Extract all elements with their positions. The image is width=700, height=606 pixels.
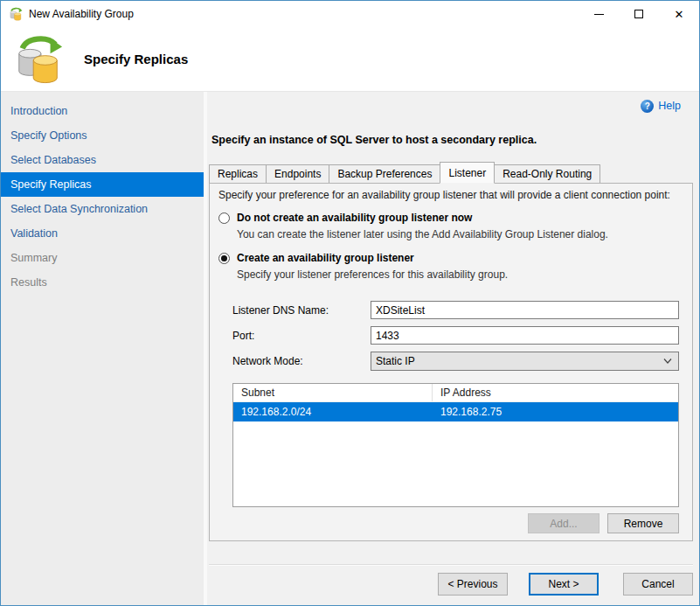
- window-title: New Availability Group: [29, 8, 579, 20]
- new-availability-group-dialog: New Availability Group ✕ Specify Replica…: [0, 0, 700, 606]
- network-mode-select[interactable]: Static IP: [371, 352, 679, 371]
- radio-checked-icon[interactable]: [218, 253, 230, 264]
- radio-unchecked-icon[interactable]: [218, 212, 230, 224]
- table-row[interactable]: 192.168.2.0/24 192.168.2.75: [233, 402, 678, 421]
- subnet-ip-table: Subnet IP Address 192.168.2.0/24 192.168…: [232, 383, 679, 507]
- cell-ip-address: 192.168.2.75: [433, 402, 678, 421]
- add-button: Add...: [528, 513, 600, 533]
- close-icon: ✕: [675, 9, 684, 20]
- listener-tab-panel: Specify your preference for an availabil…: [209, 183, 693, 541]
- listener-form: Listener DNS Name: Port: Network Mode: S…: [232, 301, 679, 378]
- sidebar-item-summary: Summary: [1, 246, 204, 270]
- sidebar-item-results: Results: [1, 270, 204, 295]
- network-mode-label: Network Mode:: [232, 355, 371, 367]
- minimize-button[interactable]: [579, 1, 619, 27]
- option-no-listener: Do not create an availability group list…: [218, 212, 679, 240]
- cell-subnet: 192.168.2.0/24: [233, 402, 433, 421]
- page-title: Specify Replicas: [84, 52, 188, 66]
- dns-name-label: Listener DNS Name:: [232, 304, 371, 317]
- port-input[interactable]: [371, 326, 679, 345]
- wizard-footer: < Previous Next > Cancel: [209, 564, 693, 605]
- option-create-listener-label[interactable]: Create an availability group listener: [237, 252, 414, 264]
- cancel-button[interactable]: Cancel: [623, 573, 693, 596]
- wizard-header: Specify Replicas: [1, 27, 699, 92]
- tab-endpoints[interactable]: Endpoints: [266, 164, 329, 183]
- page-instruction: Specify an instance of SQL Server to hos…: [209, 134, 693, 146]
- listener-options: Do not create an availability group list…: [217, 212, 679, 292]
- minimize-icon: [594, 14, 604, 15]
- maximize-button[interactable]: [619, 1, 659, 27]
- tab-read-only-routing[interactable]: Read-Only Routing: [494, 164, 600, 183]
- column-header-subnet[interactable]: Subnet: [233, 384, 433, 401]
- chevron-down-icon: [663, 359, 672, 364]
- sidebar-item-specify-replicas[interactable]: Specify Replicas: [1, 172, 204, 197]
- listener-intro-text: Specify your preference for an availabil…: [217, 189, 679, 201]
- radio-no-listener[interactable]: Do not create an availability group list…: [218, 212, 679, 224]
- next-button[interactable]: Next >: [529, 573, 599, 596]
- replica-databases-icon: [12, 34, 65, 85]
- help-link[interactable]: ? Help: [641, 99, 681, 113]
- sidebar-item-select-databases[interactable]: Select Databases: [1, 148, 204, 172]
- help-icon: ?: [641, 100, 654, 113]
- table-header: Subnet IP Address: [233, 384, 678, 402]
- column-header-ip-address[interactable]: IP Address: [433, 384, 678, 401]
- replica-tabs: Replicas Endpoints Backup Preferences Li…: [209, 162, 693, 183]
- option-create-listener: Create an availability group listener Sp…: [218, 252, 679, 281]
- previous-button[interactable]: < Previous: [438, 573, 508, 596]
- availability-group-icon: [8, 7, 24, 21]
- sidebar-item-select-data-synchronization[interactable]: Select Data Synchronization: [1, 197, 204, 221]
- sidebar-item-introduction[interactable]: Introduction: [1, 99, 204, 123]
- wizard-content: ? Help Specify an instance of SQL Server…: [207, 92, 699, 605]
- radio-create-listener[interactable]: Create an availability group listener: [218, 252, 679, 264]
- help-label: Help: [658, 100, 681, 112]
- port-label: Port:: [232, 330, 371, 342]
- option-no-listener-description: You can create the listener later using …: [237, 228, 679, 240]
- dns-name-input[interactable]: [371, 301, 679, 319]
- title-bar[interactable]: New Availability Group ✕: [1, 1, 699, 27]
- option-no-listener-label[interactable]: Do not create an availability group list…: [237, 212, 472, 224]
- tab-backup-preferences[interactable]: Backup Preferences: [329, 164, 440, 183]
- remove-button[interactable]: Remove: [607, 513, 679, 533]
- wizard-steps-sidebar: Introduction Specify Options Select Data…: [1, 92, 204, 605]
- tab-replicas[interactable]: Replicas: [209, 164, 267, 183]
- sidebar-item-specify-options[interactable]: Specify Options: [1, 123, 204, 148]
- sidebar-item-validation[interactable]: Validation: [1, 221, 204, 246]
- close-button[interactable]: ✕: [659, 1, 699, 27]
- network-mode-value: Static IP: [376, 355, 415, 367]
- maximize-icon: [634, 10, 643, 18]
- option-create-listener-description: Specify your listener preferences for th…: [237, 268, 679, 281]
- tab-listener[interactable]: Listener: [440, 162, 495, 184]
- window-controls: ✕: [579, 1, 699, 27]
